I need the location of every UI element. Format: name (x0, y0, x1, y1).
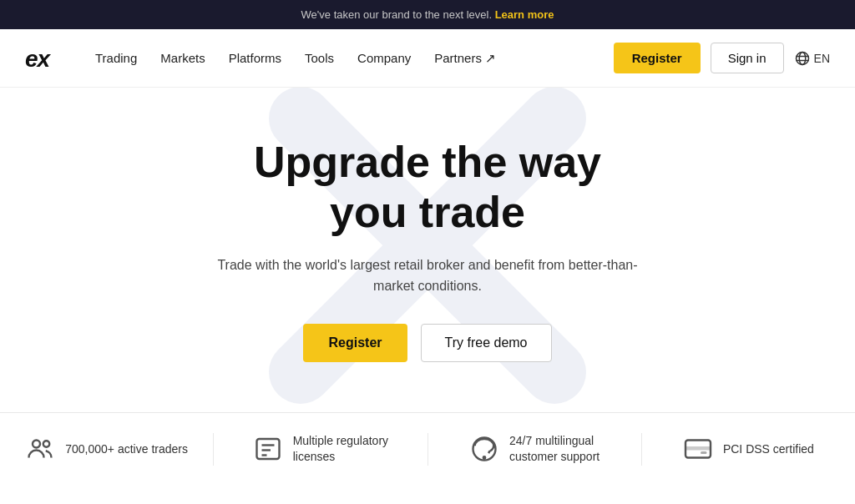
hero-subtext: Trade with the world's largest retail br… (210, 255, 645, 297)
register-button[interactable]: Register (614, 43, 701, 73)
stat-licenses: Multiple regulatorylicenses (214, 433, 428, 466)
banner-link[interactable]: Learn more (495, 8, 554, 21)
pci-icon (683, 434, 713, 464)
stat-licenses-text: Multiple regulatorylicenses (293, 433, 388, 466)
stat-traders-text: 700,000+ active traders (65, 441, 188, 458)
stat-pci-text: PCI DSS certified (723, 441, 814, 458)
hero-demo-button[interactable]: Try free demo (421, 324, 552, 362)
hero-register-button[interactable]: Register (303, 324, 407, 362)
stat-traders: 700,000+ active traders (0, 433, 214, 466)
banner-text: We've taken our brand to the next level. (301, 8, 492, 21)
svg-rect-9 (256, 439, 279, 459)
stats-bar: 700,000+ active traders Multiple regulat… (0, 412, 855, 486)
nav-company[interactable]: Company (357, 51, 411, 65)
nav-links: Trading Markets Platforms Tools Company … (95, 51, 614, 66)
stat-support: 24/7 multilingualcustomer support (428, 433, 642, 466)
svg-point-2 (799, 52, 806, 64)
hero-section: Upgrade the way you trade Trade with the… (0, 88, 855, 404)
nav-platforms[interactable]: Platforms (229, 51, 281, 65)
svg-text:ex: ex (25, 46, 52, 72)
nav-trading[interactable]: Trading (95, 51, 137, 65)
stat-pci: PCI DSS certified (642, 433, 855, 466)
signin-button[interactable]: Sign in (711, 43, 784, 73)
nav-tools[interactable]: Tools (305, 51, 334, 65)
hero-buttons: Register Try free demo (210, 324, 645, 362)
svg-rect-16 (686, 446, 711, 451)
svg-point-14 (483, 457, 485, 459)
logo[interactable]: ex (25, 45, 62, 72)
hero-headline: Upgrade the way you trade (210, 138, 645, 238)
hero-content: Upgrade the way you trade Trade with the… (210, 138, 645, 362)
navbar: ex Trading Markets Platforms Tools Compa… (0, 29, 855, 88)
nav-partners[interactable]: Partners ↗ (434, 51, 496, 66)
users-icon (25, 434, 55, 464)
globe-icon (794, 50, 811, 67)
nav-markets[interactable]: Markets (160, 51, 205, 65)
nav-right: Register Sign in EN (614, 43, 830, 73)
license-icon (253, 434, 283, 464)
lang-label: EN (814, 52, 830, 65)
svg-point-8 (43, 441, 50, 448)
top-banner: We've taken our brand to the next level.… (0, 0, 855, 29)
language-selector[interactable]: EN (794, 50, 830, 67)
svg-point-7 (33, 441, 40, 448)
stat-support-text: 24/7 multilingualcustomer support (509, 433, 600, 466)
svg-point-1 (796, 52, 808, 64)
svg-rect-17 (701, 451, 707, 454)
support-icon (469, 434, 499, 464)
